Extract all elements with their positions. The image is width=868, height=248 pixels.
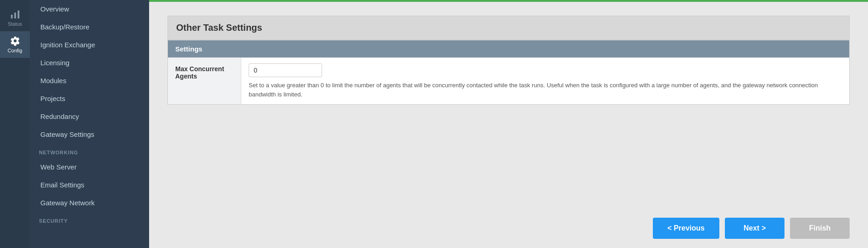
bar-chart-icon (10, 9, 20, 19)
settings-row-max-concurrent: Max Concurrent Agents Set to a value gre… (168, 57, 849, 104)
sidebar-item-gateway-settings[interactable]: Gateway Settings (30, 125, 149, 143)
sidebar-item-modules[interactable]: Modules (30, 72, 149, 90)
config-label: Config (8, 48, 22, 53)
sidebar-item-web-server[interactable]: Web Server (30, 158, 149, 176)
main-content: Other Task Settings Settings Max Concurr… (149, 0, 868, 248)
next-button[interactable]: Next > (725, 218, 785, 239)
section-title: Other Task Settings (167, 16, 850, 40)
sidebar-item-email-settings[interactable]: Email Settings (30, 176, 149, 194)
finish-button: Finish (790, 218, 850, 239)
status-label: Status (8, 21, 22, 27)
sidebar-item-overview[interactable]: Overview (30, 0, 149, 18)
content-area: Other Task Settings Settings Max Concurr… (149, 2, 868, 209)
max-concurrent-agents-input[interactable] (249, 63, 322, 77)
sidebar-item-projects[interactable]: Projects (30, 90, 149, 107)
svg-rect-0 (11, 15, 12, 18)
previous-button[interactable]: < Previous (653, 218, 719, 239)
settings-panel-header: Settings (168, 40, 849, 57)
icon-bar: Status Config (0, 0, 30, 248)
sidebar-item-gateway-network[interactable]: Gateway Network (30, 194, 149, 212)
sidebar: Overview Backup/Restore Ignition Exchang… (30, 0, 149, 248)
svg-rect-1 (14, 12, 16, 18)
sidebar-item-status[interactable]: Status (0, 5, 30, 31)
svg-rect-2 (17, 11, 19, 18)
sidebar-item-redundancy[interactable]: Redundancy (30, 107, 149, 125)
settings-panel: Settings Max Concurrent Agents Set to a … (167, 40, 850, 105)
sidebar-item-licensing[interactable]: Licensing (30, 54, 149, 72)
sidebar-item-ignition-exchange[interactable]: Ignition Exchange (30, 36, 149, 54)
security-section-label: Security (30, 212, 149, 226)
sidebar-item-backup-restore[interactable]: Backup/Restore (30, 18, 149, 36)
buttons-row: < Previous Next > Finish (149, 209, 868, 248)
max-concurrent-agents-cell: Set to a value greater than 0 to limit t… (241, 58, 849, 104)
gear-icon (10, 36, 20, 46)
max-concurrent-agents-label: Max Concurrent Agents (168, 58, 241, 104)
networking-section-label: Networking (30, 143, 149, 158)
sidebar-item-config[interactable]: Config (0, 31, 30, 58)
max-concurrent-agents-description: Set to a value greater than 0 to limit t… (249, 81, 842, 99)
